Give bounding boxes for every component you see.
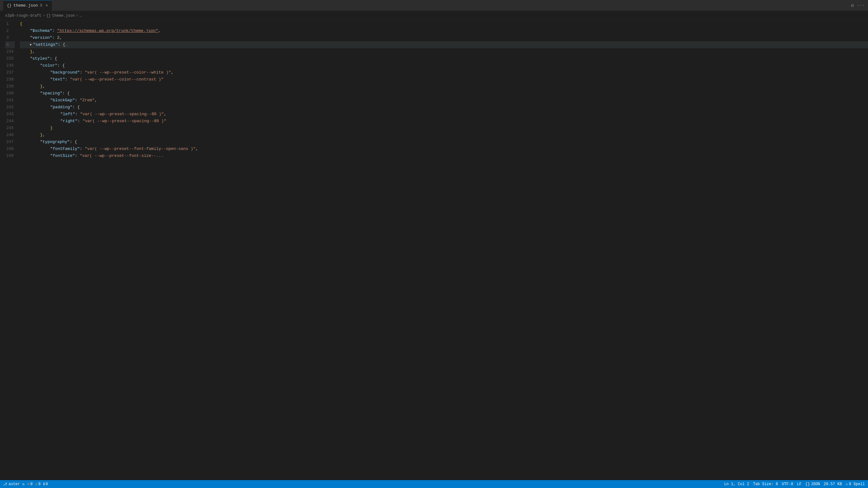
breadcrumb-sep-2: > bbox=[76, 13, 78, 18]
active-tab[interactable]: {} theme.json 9 × bbox=[3, 0, 52, 11]
warnings-count[interactable]: ⚠ 9 bbox=[35, 482, 40, 486]
code-line: "typography": { bbox=[20, 138, 868, 145]
tab-number: 9 bbox=[40, 3, 42, 8]
split-editor-button[interactable]: ⊟ bbox=[851, 3, 854, 8]
warnings-number: 9 bbox=[38, 482, 40, 486]
code-line: }, bbox=[20, 83, 868, 90]
more-actions-button[interactable]: ··· bbox=[857, 3, 865, 8]
editor-area: 1234234235236237238239240241242243244245… bbox=[0, 21, 868, 480]
code-line: "fontSize": "var( --wp--preset--font-siz… bbox=[20, 153, 868, 159]
spell-check[interactable]: ⚠ 8 Spell bbox=[845, 482, 865, 486]
line-number: 235 bbox=[5, 55, 15, 62]
code-line: "fontFamily": "var( --wp--preset--font-f… bbox=[20, 145, 868, 153]
breadcrumb-sep-1: > bbox=[43, 13, 45, 18]
warning-icon: ⚠ bbox=[35, 482, 37, 486]
git-branch[interactable]: ⎇ aster bbox=[3, 482, 20, 486]
breadcrumb-filename[interactable]: theme.json bbox=[52, 13, 75, 18]
file-size: 20.57 KB bbox=[824, 482, 842, 486]
line-number: 242 bbox=[5, 104, 15, 111]
title-bar-actions: ⊟ ··· bbox=[851, 3, 865, 8]
branch-icon: ⎇ bbox=[3, 482, 7, 486]
branch-name: aster bbox=[8, 482, 20, 486]
tab-filename: theme.json bbox=[13, 3, 38, 8]
line-number: 237 bbox=[5, 69, 15, 76]
line-number: 246 bbox=[5, 132, 15, 138]
code-line: } bbox=[20, 125, 868, 132]
code-line: "color": { bbox=[20, 62, 868, 69]
line-number: 234 bbox=[5, 48, 15, 55]
code-line: }, bbox=[20, 132, 868, 138]
code-line: { bbox=[20, 21, 868, 28]
line-number: 247 bbox=[5, 138, 15, 145]
breadcrumb-project[interactable]: x3p0-rough-draft bbox=[5, 13, 41, 18]
line-number: 2 bbox=[5, 28, 15, 34]
code-line: "left": "var( --wp--preset--spacing--80 … bbox=[20, 111, 868, 118]
line-number: 244 bbox=[5, 118, 15, 125]
tab-size[interactable]: Tab Size: 8 bbox=[753, 482, 778, 486]
spell-check-count: 8 Spell bbox=[849, 482, 865, 486]
code-line: }, bbox=[20, 48, 868, 55]
line-number: 248 bbox=[5, 145, 15, 153]
code-line: "styles": { bbox=[20, 55, 868, 62]
language-icon: {} bbox=[805, 482, 810, 486]
breadcrumb-path: … bbox=[80, 13, 82, 18]
line-number: 240 bbox=[5, 90, 15, 97]
line-number: 4 bbox=[5, 41, 15, 48]
errors-count[interactable]: ⊘ 0 bbox=[27, 482, 33, 486]
sync-status[interactable]: ↻ bbox=[23, 482, 25, 486]
line-number: 245 bbox=[5, 125, 15, 132]
code-area[interactable]: {"$schema": "https://schemas.wp.org/trun… bbox=[18, 21, 868, 480]
line-number: 243 bbox=[5, 111, 15, 118]
code-line: "text": "var( --wp--preset--color--contr… bbox=[20, 76, 868, 83]
spell-check-icon: ⚠ bbox=[845, 482, 848, 486]
breadcrumb-file-icon: {} bbox=[46, 13, 51, 18]
line-number: 3 bbox=[5, 34, 15, 41]
status-left: ⎇ aster ↻ ⊘ 0 ⚠ 9 ℹ 0 bbox=[3, 482, 48, 486]
breadcrumb: x3p0-rough-draft > {} theme.json > … bbox=[0, 11, 868, 21]
code-line: "padding": { bbox=[20, 104, 868, 111]
code-line: "spacing": { bbox=[20, 90, 868, 97]
line-number: 249 bbox=[5, 153, 15, 159]
language-mode[interactable]: {} JSON bbox=[805, 482, 820, 486]
line-numbers: 1234234235236237238239240241242243244245… bbox=[0, 21, 18, 480]
line-ending[interactable]: LF bbox=[797, 482, 801, 486]
code-line: "right": "var( --wp--preset--spacing--80… bbox=[20, 118, 868, 125]
title-bar: {} theme.json 9 × ⊟ ··· bbox=[0, 0, 868, 11]
status-right: Ln 1, Col 2 Tab Size: 8 UTF-8 LF {} JSON… bbox=[724, 482, 865, 486]
code-line: "blockGap": "2rem", bbox=[20, 97, 868, 104]
status-bar: ⎇ aster ↻ ⊘ 0 ⚠ 9 ℹ 0 Ln 1, Col 2 Tab Si… bbox=[0, 480, 868, 488]
line-number: 238 bbox=[5, 76, 15, 83]
line-number: 239 bbox=[5, 83, 15, 90]
file-icon: {} bbox=[7, 3, 11, 8]
line-number: 1 bbox=[5, 21, 15, 28]
encoding[interactable]: UTF-8 bbox=[782, 482, 793, 486]
errors-number: 0 bbox=[30, 482, 33, 486]
error-icon: ⊘ bbox=[27, 482, 29, 486]
line-number: 241 bbox=[5, 97, 15, 104]
tab-close-button[interactable]: × bbox=[45, 3, 48, 8]
line-number: 236 bbox=[5, 62, 15, 69]
info-count[interactable]: ℹ 0 bbox=[43, 482, 48, 486]
info-icon: ℹ bbox=[43, 482, 45, 486]
info-number: 0 bbox=[46, 482, 48, 486]
code-line: ▶"settings": {… bbox=[20, 41, 868, 48]
code-line: "background": "var( --wp--preset--color-… bbox=[20, 69, 868, 76]
code-line: "$schema": "https://schemas.wp.org/trunk… bbox=[20, 28, 868, 34]
code-line: "version": 2, bbox=[20, 34, 868, 41]
cursor-position[interactable]: Ln 1, Col 2 bbox=[724, 482, 749, 486]
sync-icon: ↻ bbox=[23, 482, 25, 486]
language-name: JSON bbox=[811, 482, 820, 486]
